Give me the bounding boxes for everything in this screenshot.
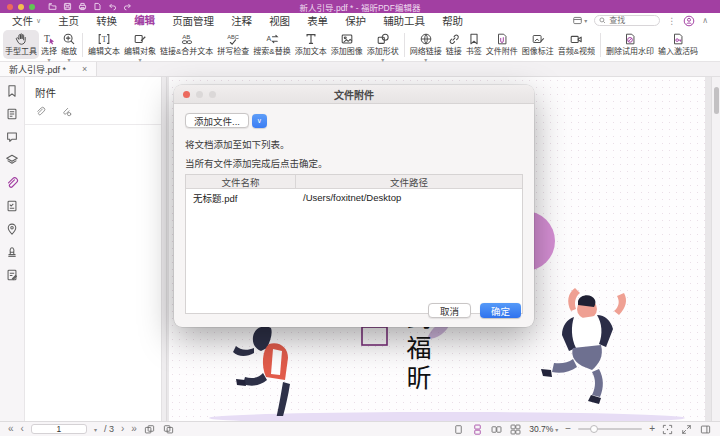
close-tab-icon[interactable]: ×	[82, 64, 87, 74]
tool-enter-activation-code[interactable]: 输入激活码	[656, 30, 700, 59]
redo-icon[interactable]	[123, 2, 132, 11]
undo-icon[interactable]	[108, 2, 117, 11]
column-header-filename[interactable]: 文件名称	[186, 175, 296, 188]
tool-hand[interactable]: 手型工具	[3, 30, 39, 59]
collapse-toolbar-icon[interactable]: ∧	[702, 16, 708, 25]
menu-file[interactable]: 文件 ∨	[12, 13, 41, 28]
menu-view[interactable]: 视图	[269, 13, 290, 29]
tool-add-image[interactable]: 添加图像	[329, 30, 365, 59]
menu-edit[interactable]: 编辑	[134, 12, 155, 30]
menu-convert[interactable]: 转换	[96, 13, 117, 29]
column-header-filepath[interactable]: 文件路径	[296, 175, 522, 188]
zoom-slider[interactable]	[578, 428, 642, 430]
zoom-slider-knob[interactable]	[590, 425, 598, 433]
facing-view-icon[interactable]	[491, 423, 503, 435]
new-document-icon[interactable]	[93, 2, 102, 11]
tool-spell-check[interactable]: ABC 拼写检查	[215, 30, 251, 59]
menu-protect[interactable]: 保护	[345, 13, 366, 29]
comments-panel-icon[interactable]	[5, 130, 20, 145]
tool-remove-trial-watermark[interactable]: 删除试用水印	[604, 30, 656, 59]
tool-edit-text[interactable]: T 编辑文本	[86, 30, 122, 59]
attachment-settings-icon[interactable]	[61, 106, 72, 117]
single-page-view-icon[interactable]	[453, 423, 465, 435]
tool-audio-video[interactable]: 音频&视频	[556, 30, 597, 59]
document-tab-label: 新人引导.pdf *	[9, 63, 66, 76]
menu-accessibility[interactable]: 辅助工具	[383, 13, 425, 29]
next-page-button[interactable]: ›	[121, 424, 124, 434]
tool-bookmark[interactable]: 书签	[464, 30, 484, 59]
fields-panel-icon[interactable]	[5, 199, 20, 214]
last-page-button[interactable]: »	[131, 424, 137, 434]
ok-button[interactable]: 确定	[480, 303, 521, 318]
tool-image-annotation[interactable]: 图像标注	[520, 30, 556, 59]
attachments-panel-title: 附件	[25, 77, 161, 105]
select-cursor-icon: T	[42, 32, 56, 46]
add-shape-icon	[376, 32, 390, 46]
stamps-panel-icon[interactable]	[5, 245, 20, 260]
menu-form[interactable]: 表单	[307, 13, 328, 29]
attachments-panel: 附件	[25, 77, 162, 421]
add-file-button[interactable]: 添加文件...	[185, 113, 249, 128]
link-merge-text-icon: AB	[180, 32, 194, 46]
table-row[interactable]: 无标题.pdf /Users/foxitnet/Desktop	[186, 189, 522, 206]
previous-page-button[interactable]: ‹	[21, 424, 24, 434]
tool-label: 链接	[446, 47, 462, 56]
page-number-input[interactable]	[31, 424, 87, 434]
first-page-button[interactable]: «	[8, 424, 14, 434]
page-thumbnails-panel-icon[interactable]	[5, 107, 20, 122]
zoom-out-button[interactable]: −	[565, 424, 571, 434]
facing-continuous-view-icon[interactable]	[510, 423, 522, 435]
tool-file-attachment[interactable]: 文件附件	[484, 30, 520, 59]
add-text-icon	[304, 32, 318, 46]
tool-link-merge-text[interactable]: AB 链接&合并文本	[158, 30, 215, 59]
document-tab-bar: 新人引导.pdf * ×	[0, 62, 720, 77]
tool-link[interactable]: 链接	[444, 30, 464, 59]
menu-comment[interactable]: 注释	[231, 13, 252, 29]
document-tab[interactable]: 新人引导.pdf * ×	[0, 62, 97, 76]
layers-panel-icon[interactable]	[5, 153, 20, 168]
menu-help[interactable]: 帮助	[442, 13, 463, 29]
caret-down-icon[interactable]: ▾	[94, 426, 97, 433]
save-icon[interactable]	[63, 2, 72, 11]
cancel-button[interactable]: 取消	[428, 303, 471, 318]
menu-file-label: 文件	[12, 13, 33, 28]
search-input[interactable]	[609, 16, 655, 25]
signatures-panel-icon[interactable]	[5, 268, 20, 283]
bookmarks-panel-icon[interactable]	[5, 84, 20, 99]
fit-page-icon[interactable]	[662, 423, 674, 435]
search-scope-dropdown[interactable]: ▾	[572, 15, 587, 26]
next-view-icon[interactable]	[163, 423, 175, 435]
right-panel-toggle-icon[interactable]	[700, 423, 712, 435]
fullscreen-icon[interactable]	[681, 423, 693, 435]
dialog-close-button[interactable]	[183, 91, 190, 98]
add-file-dropdown-button[interactable]: ∨	[252, 114, 267, 128]
open-file-icon[interactable]	[48, 2, 57, 11]
search-box[interactable]	[594, 15, 660, 26]
tool-edit-object[interactable]: 编辑对象 ▾	[122, 30, 158, 59]
tool-add-shape[interactable]: 添加形状 ▾	[365, 30, 401, 59]
attachments-panel-icon[interactable]	[5, 176, 20, 191]
window-zoom-button[interactable]	[29, 4, 35, 10]
account-avatar[interactable]	[683, 15, 695, 27]
tool-select[interactable]: T 选择 ▾	[39, 30, 59, 59]
continuous-view-icon[interactable]	[472, 423, 484, 435]
menu-page-management[interactable]: 页面管理	[172, 13, 214, 29]
overflow-menu-icon[interactable]: ⋮	[667, 16, 676, 26]
status-bar: « ‹ ▾ / 3 › » 30.7% ▾ − +	[0, 421, 720, 436]
tool-zoom[interactable]: 缩放 ▾	[59, 30, 79, 59]
tool-search-replace[interactable]: A 搜索&替换	[251, 30, 292, 59]
window-close-button[interactable]	[7, 4, 13, 10]
zoom-in-button[interactable]: +	[649, 424, 655, 434]
open-attachment-icon[interactable]	[35, 106, 46, 117]
tool-add-text[interactable]: 添加文本	[293, 30, 329, 59]
zoom-level-dropdown[interactable]: 30.7% ▾	[529, 424, 558, 434]
print-icon[interactable]	[78, 2, 87, 11]
tool-web-link[interactable]: 网络链接 ▾	[408, 30, 444, 59]
previous-view-icon[interactable]	[144, 423, 156, 435]
menu-home[interactable]: 主页	[58, 13, 79, 29]
scrollbar-thumb[interactable]	[714, 87, 719, 114]
dialog-hint-1: 将文档添加至如下列表。	[185, 137, 523, 151]
destinations-panel-icon[interactable]	[5, 222, 20, 237]
vertical-scrollbar[interactable]	[711, 77, 720, 421]
window-minimize-button[interactable]	[18, 4, 24, 10]
